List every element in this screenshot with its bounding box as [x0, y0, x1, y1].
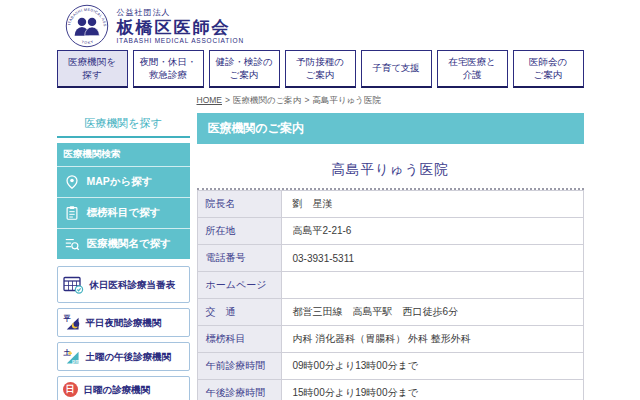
page: ITABASHI MEDICAL ASSOCIATION TOKYO 公益社団法… [57, 0, 584, 400]
row-label: 交 通 [197, 299, 281, 326]
calendar-check-icon [63, 275, 84, 294]
sidebar-item-label: 医療機関名で探す [87, 237, 172, 251]
table-row-director: 院長名 劉 星漢 [197, 191, 583, 218]
sidebar-search-panel: 医療機関検索 MAPから探す [57, 143, 190, 259]
row-value: 15時00分より19時00分まで [281, 380, 583, 400]
sidebar-link-label: 平日夜間診療機関 [86, 317, 162, 329]
sidebar-link-sunday-clinics[interactable]: 日 日曜の診療機関 [57, 376, 190, 400]
row-value: 内科 消化器科（胃腸科） 外科 整形外科 [281, 326, 583, 353]
row-label: 午後診療時間 [197, 380, 281, 400]
svg-text:ITABASHI MEDICAL ASSOCIATION: ITABASHI MEDICAL ASSOCIATION [65, 4, 107, 27]
table-row-phone: 電話番号 03-3931-5311 [197, 245, 583, 272]
row-label: 所在地 [197, 218, 281, 245]
sidebar-link-saturday-afternoon-clinics[interactable]: 土 pm 土曜の午後診療機関 [57, 342, 190, 371]
sidebar-link-holiday-duty-roster[interactable]: 休日医科診療当番表 [57, 266, 190, 303]
row-label: 標榜科目 [197, 326, 281, 353]
row-value: 都営三田線 高島平駅 西口徒歩6分 [281, 299, 583, 326]
row-label: 午前診療時間 [197, 353, 281, 380]
nav-find-medical-institution[interactable]: 医療機関を 探す [57, 50, 128, 88]
breadcrumb-level2: 高島平りゅう医院 [312, 95, 381, 105]
row-value [281, 272, 583, 299]
row-value: 劉 星漢 [281, 191, 583, 218]
page-title-banner: 医療機関のご案内 [197, 113, 584, 144]
clipboard-icon [64, 205, 80, 221]
saturday-pm-icon: 土 pm [63, 348, 80, 365]
table-row-afternoon-hours: 午後診療時間 15時00分より19時00分まで [197, 380, 583, 400]
sidebar-item-search-by-name[interactable]: 医療機関名で探す [57, 228, 190, 259]
table-row-morning-hours: 午前診療時間 09時00分より13時00分まで [197, 353, 583, 380]
nav-health-checkup[interactable]: 健診・検診の ご案内 [209, 50, 280, 88]
global-nav: 医療機関を 探す 夜間・休日・ 救急診療 健診・検診の ご案内 予防接種の ご案… [57, 50, 584, 88]
clinic-info-table: 院長名 劉 星漢 所在地 高島平2-21-6 電話番号 03-3931-5311… [197, 190, 584, 400]
row-label: 電話番号 [197, 245, 281, 272]
svg-text:平: 平 [63, 314, 71, 323]
sidebar-link-weekday-night-clinics[interactable]: 平 平日夜間診療機関 [57, 308, 190, 337]
sidebar-item-label: MAPから探す [87, 175, 153, 189]
sunday-icon: 日 [63, 382, 78, 397]
row-value: 09時00分より13時00分まで [281, 353, 583, 380]
clinic-name-heading: 高島平りゅう医院 [197, 161, 584, 179]
sidebar-link-label: 土曜の午後診療機関 [86, 351, 172, 363]
table-row-departments: 標榜科目 内科 消化器科（胃腸科） 外科 整形外科 [197, 326, 583, 353]
sidebar-item-search-by-department[interactable]: 標榜科目で探す [57, 197, 190, 228]
nav-vaccination[interactable]: 予防接種の ご案内 [285, 50, 356, 88]
sidebar-item-search-by-map[interactable]: MAPから探す [57, 167, 190, 197]
sidebar-link-label: 日曜の診療機関 [84, 384, 151, 396]
list-search-icon [64, 236, 80, 252]
row-label: ホームページ [197, 272, 281, 299]
breadcrumb-separator: > [225, 95, 230, 105]
table-row-homepage: ホームページ [197, 272, 583, 299]
nav-night-holiday-emergency[interactable]: 夜間・休日・ 救急診療 [133, 50, 204, 88]
breadcrumb: HOME>医療機関のご案内>高島平りゅう医院 [197, 95, 584, 107]
sidebar-item-label: 標榜科目で探す [87, 206, 161, 220]
breadcrumb-level1: 医療機関のご案内 [233, 95, 301, 105]
corporation-type: 公益社団法人 [117, 7, 244, 18]
weekday-night-icon: 平 [63, 314, 80, 331]
organization-name: 板橋区医師会 [117, 18, 244, 38]
nav-childcare-support[interactable]: 子育て支援 [361, 50, 432, 88]
row-label: 院長名 [197, 191, 281, 218]
nav-home-care[interactable]: 在宅医療と 介護 [437, 50, 508, 88]
breadcrumb-separator: > [304, 95, 309, 105]
sidebar: 医療機関を探す 医療機関検索 MAPから探す [57, 113, 190, 400]
row-value: 高島平2-21-6 [281, 218, 583, 245]
table-row-address: 所在地 高島平2-21-6 [197, 218, 583, 245]
organization-name-en: ITABASHI MEDICAL ASSOCIATION [117, 37, 244, 44]
main-content: 医療機関のご案内 高島平りゅう医院 院長名 劉 星漢 所在地 高島平2-21-6… [197, 113, 584, 400]
svg-text:pm: pm [71, 358, 79, 364]
breadcrumb-home-link[interactable]: HOME [197, 95, 223, 105]
association-seal-logo-icon: ITABASHI MEDICAL ASSOCIATION TOKYO [65, 4, 109, 48]
nav-about-association[interactable]: 医師会の ご案内 [513, 50, 584, 88]
sidebar-search-header: 医療機関検索 [57, 143, 190, 167]
site-header: ITABASHI MEDICAL ASSOCIATION TOKYO 公益社団法… [57, 0, 584, 50]
row-value: 03-3931-5311 [281, 245, 583, 272]
table-row-access: 交 通 都営三田線 高島平駅 西口徒歩6分 [197, 299, 583, 326]
map-pin-icon [64, 174, 80, 190]
sidebar-link-label: 休日医科診療当番表 [90, 279, 176, 291]
sidebar-title: 医療機関を探す [57, 113, 190, 138]
